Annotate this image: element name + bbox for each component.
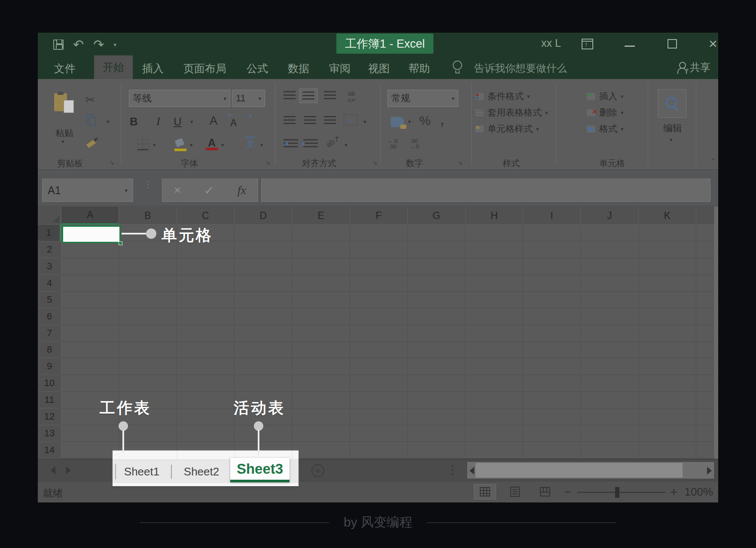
share-button[interactable]: + 共享 — [677, 61, 710, 74]
row-header-1[interactable]: 1 — [38, 225, 61, 241]
decrease-decimal-icon[interactable]: .00→.0 — [409, 138, 419, 149]
number-dialog-launcher-icon[interactable]: ↘ — [457, 159, 464, 166]
insert-cells-button[interactable]: 插入▾ — [586, 89, 624, 103]
decrease-indent-icon[interactable] — [284, 139, 298, 148]
editing-dropdown-icon[interactable]: ▾ — [670, 137, 673, 143]
decrease-font-size-button[interactable]: A▾ — [230, 116, 250, 131]
redo-icon[interactable]: ↷ — [93, 38, 104, 51]
format-cells-button[interactable]: 格式▾ — [586, 122, 624, 136]
merge-center-icon[interactable]: ↔ — [344, 114, 357, 125]
cell-styles-button[interactable]: 单元格样式▾ — [475, 122, 539, 136]
format-painter-icon[interactable] — [86, 137, 98, 148]
enter-icon[interactable]: ✓ — [204, 183, 214, 198]
column-header-H[interactable]: H — [466, 207, 523, 225]
page-layout-view-button[interactable] — [504, 484, 526, 499]
formula-bar-resize-handle[interactable]: ⋮ — [143, 182, 146, 199]
borders-dropdown-icon[interactable]: ▾ — [153, 142, 156, 148]
borders-icon[interactable] — [137, 139, 149, 150]
row-header-2[interactable]: 2 — [38, 241, 61, 258]
underline-dropdown-icon[interactable]: ▾ — [190, 119, 193, 125]
customize-qat-icon[interactable]: ▾ — [113, 41, 116, 48]
font-color-icon[interactable]: A — [205, 137, 218, 150]
accounting-dropdown-icon[interactable]: ▾ — [408, 119, 411, 125]
orientation-dropdown-icon[interactable]: ▾ — [344, 142, 348, 148]
name-box[interactable]: A1▾ — [42, 179, 133, 202]
column-header-F[interactable]: F — [350, 207, 408, 225]
normal-view-button[interactable] — [474, 484, 496, 499]
font-dialog-launcher-icon[interactable]: ↘ — [265, 159, 272, 166]
row-header-13[interactable]: 13 — [38, 425, 61, 442]
row-header-5[interactable]: 5 — [38, 292, 61, 308]
column-header-D[interactable]: D — [235, 207, 292, 225]
column-header-B[interactable]: B — [119, 207, 177, 225]
sheet-tab-1[interactable]: Sheet1 — [120, 465, 163, 478]
zoom-in-button[interactable]: + — [670, 485, 678, 499]
font-name-combo[interactable]: 等线▾ — [129, 90, 230, 107]
zoom-out-button[interactable]: − — [564, 485, 572, 499]
name-box-dropdown-icon[interactable]: ▾ — [125, 187, 128, 194]
tabbar-resize-handle[interactable] — [451, 465, 454, 467]
row-header-7[interactable]: 7 — [38, 325, 61, 342]
paste-dropdown-icon[interactable]: ▾ — [61, 138, 64, 145]
close-button[interactable]: × — [704, 33, 722, 53]
phonetic-dropdown-icon[interactable]: ▾ — [260, 142, 263, 148]
number-format-combo[interactable]: 常规▾ — [387, 90, 458, 107]
tab-page-layout[interactable]: 页面布局 — [177, 61, 233, 76]
increase-font-size-button[interactable]: A▴ — [210, 114, 229, 130]
row-header-8[interactable]: 8 — [38, 341, 61, 358]
delete-cells-button[interactable]: 删除▾ — [586, 106, 624, 119]
maximize-button[interactable] — [668, 39, 677, 49]
horizontal-scrollbar[interactable] — [467, 462, 714, 478]
column-header-A[interactable]: A — [61, 207, 119, 225]
row-header-12[interactable]: 12 — [38, 408, 61, 425]
align-center-icon[interactable] — [304, 116, 316, 125]
column-header-partial[interactable] — [696, 207, 714, 225]
clipboard-dialog-launcher-icon[interactable]: ↘ — [109, 159, 116, 166]
scrollbar-thumb[interactable] — [476, 463, 683, 478]
tab-insert[interactable]: 插入 — [125, 61, 181, 76]
column-header-J[interactable]: J — [581, 207, 638, 225]
zoom-slider-track[interactable] — [577, 492, 666, 493]
new-sheet-button[interactable]: + — [311, 464, 324, 477]
copy-icon[interactable] — [86, 114, 97, 126]
column-header-G[interactable]: G — [408, 207, 465, 225]
format-as-table-button[interactable]: 套用表格格式▾ — [475, 106, 548, 119]
align-right-icon[interactable] — [324, 116, 336, 125]
next-sheet-icon[interactable] — [66, 466, 71, 474]
scroll-right-icon[interactable] — [707, 467, 712, 475]
accounting-format-icon[interactable] — [391, 117, 404, 127]
undo-icon[interactable]: ↶ — [73, 38, 84, 51]
prev-sheet-icon[interactable] — [51, 466, 55, 474]
orientation-icon[interactable]: ab↗ — [324, 134, 343, 152]
underline-button[interactable]: U — [174, 115, 182, 128]
percent-style-button[interactable]: % — [419, 113, 431, 128]
scroll-left-icon[interactable] — [469, 467, 474, 475]
row-header-3[interactable]: 3 — [38, 258, 61, 275]
tab-help[interactable]: 帮助 — [391, 61, 447, 76]
font-size-combo[interactable]: 11▾ — [232, 90, 265, 107]
increase-indent-icon[interactable] — [303, 139, 318, 148]
formula-input[interactable] — [261, 179, 710, 202]
cell-grid[interactable] — [61, 225, 714, 459]
conditional-formatting-button[interactable]: 条件格式▾ — [475, 89, 530, 103]
middle-align-selected[interactable] — [299, 88, 318, 103]
sheet-tab-2[interactable]: Sheet2 — [180, 465, 223, 478]
phonetic-guide-icon[interactable]: wén 文 — [243, 135, 258, 152]
bottom-align-icon[interactable] — [324, 91, 336, 100]
fill-color-icon[interactable] — [174, 138, 187, 151]
row-header-4[interactable]: 4 — [38, 275, 61, 292]
cancel-icon[interactable]: × — [174, 183, 181, 197]
column-header-E[interactable]: E — [292, 207, 350, 225]
paste-icon[interactable] — [53, 92, 74, 113]
row-header-9[interactable]: 9 — [38, 358, 61, 375]
tab-file[interactable]: 文件 — [37, 61, 93, 76]
ribbon-display-options-icon[interactable] — [582, 39, 593, 49]
select-all-corner[interactable] — [38, 207, 61, 225]
alignment-dialog-launcher-icon[interactable]: ↘ — [372, 159, 379, 166]
comma-style-button[interactable]: , — [440, 110, 445, 128]
column-header-K[interactable]: K — [639, 207, 696, 225]
align-left-icon[interactable] — [284, 116, 296, 125]
zoom-level[interactable]: 100% — [679, 485, 713, 499]
paste-button[interactable]: 粘贴 — [46, 127, 82, 139]
minimize-button[interactable] — [625, 46, 635, 47]
